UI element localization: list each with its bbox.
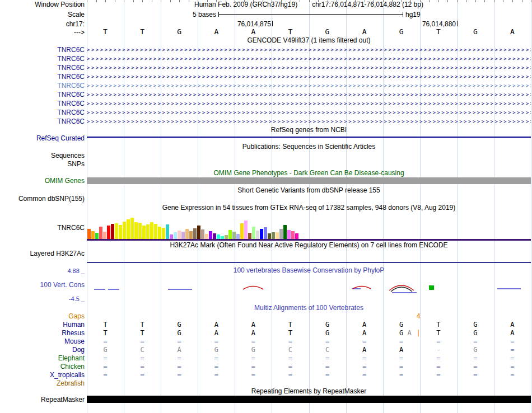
gtex-tissue-bar[interactable] [123,222,126,239]
species-label-zebrafish[interactable]: Zebrafish [0,379,85,387]
gencode-transcript-label[interactable]: TNRC6C [0,91,85,98]
gencode-transcript-arrows[interactable]: >>>>>>>>>>>>>>>>>>>>>>>>>>>>>>>>>>>>>>>>… [87,100,531,107]
species-label-x_tropicalis[interactable]: X_tropicalis [0,371,85,379]
gencode-transcript-label[interactable]: TNRC6C [0,109,85,116]
gtex-tissue-bar[interactable] [95,233,99,239]
gtex-tissue-bar[interactable] [287,230,291,239]
gtex-tissue-bar[interactable] [107,226,110,239]
species-label-mouse[interactable]: Mouse [0,337,85,345]
gtex-tissue-bar[interactable] [252,227,255,239]
gencode-transcript-arrows[interactable]: >>>>>>>>>>>>>>>>>>>>>>>>>>>>>>>>>>>>>>>>… [87,55,531,62]
gtex-tissue-bar[interactable] [181,232,185,239]
gencode-transcript-arrows[interactable]: >>>>>>>>>>>>>>>>>>>>>>>>>>>>>>>>>>>>>>>>… [87,91,531,98]
gencode-track-header[interactable]: GENCODE V49lift37 (1 items filtered out) [87,37,531,44]
gtex-tissue-bar[interactable] [134,222,138,239]
gtex-tissue-bar[interactable] [146,224,150,239]
gtex-tissue-bar[interactable] [197,226,200,239]
gtex-tissue-bar[interactable] [189,231,193,239]
gtex-tissue-bar[interactable] [264,227,267,239]
dbsnp-track-header[interactable]: Short Genetic Variants from dbSNP releas… [87,187,531,194]
gtex-tissue-bar[interactable] [291,231,295,239]
gtex-tissue-bar[interactable] [174,232,177,239]
gtex-tissue-bar[interactable] [150,222,153,239]
track-label-repeatmasker[interactable]: RepeatMasker [0,396,85,403]
gencode-transcript-arrows[interactable]: >>>>>>>>>>>>>>>>>>>>>>>>>>>>>>>>>>>>>>>>… [87,64,531,71]
track-label-gtex-gene[interactable]: TNRC6C [0,224,85,232]
gtex-tissue-bar[interactable] [272,232,275,239]
species-label-chicken[interactable]: Chicken [0,363,85,370]
gtex-tissue-bar[interactable] [185,229,189,239]
gencode-transcript-arrows[interactable]: >>>>>>>>>>>>>>>>>>>>>>>>>>>>>>>>>>>>>>>>… [87,82,531,89]
gtex-tissue-bar[interactable] [130,218,134,239]
gencode-transcript-label[interactable]: TNRC6C [0,100,85,107]
gtex-tissue-bar[interactable] [213,233,216,239]
gtex-tissue-bar[interactable] [248,233,251,239]
gtex-tissue-bar[interactable] [138,223,142,239]
omim-genes-bar[interactable] [87,177,531,184]
phylop-track-header[interactable]: 100 vertebrates Basewise Conservation by… [87,267,531,274]
gtex-tissue-bar[interactable] [276,232,279,239]
gtex-tissue-bar[interactable] [142,226,146,239]
gtex-tissue-bar[interactable] [166,224,169,239]
species-label-dog[interactable]: Dog [0,346,85,354]
species-label-human[interactable]: Human [0,321,85,328]
gtex-tissue-bar[interactable] [154,224,157,239]
publications-track-header[interactable]: Publications: Sequences in Scientific Ar… [87,143,531,151]
gtex-tissue-bar[interactable] [225,235,228,239]
gtex-tissue-bar[interactable] [115,223,118,239]
track-label-common-dbsnp[interactable]: Common dbSNP(155) [0,195,85,203]
refseq-curated-item[interactable] [87,137,531,138]
gtex-tissue-bar[interactable] [232,232,236,239]
gtex-tissue-bar[interactable] [228,230,232,239]
gtex-tissue-bar[interactable] [103,232,106,239]
repeatmasker-bar[interactable] [87,396,531,403]
gtex-tissue-bar[interactable] [205,234,208,239]
gtex-tissue-bar[interactable] [178,231,181,239]
gencode-transcript-label[interactable]: TNRC6C [0,46,85,54]
omim-track-header[interactable]: OMIM Gene Phenotypes - Dark Green Can Be… [87,170,531,177]
gtex-tissue-bar[interactable] [295,233,298,239]
gtex-expression-barchart[interactable] [87,215,300,239]
gtex-tissue-bar[interactable] [268,233,271,239]
h3k27ac-track-header[interactable]: H3K27Ac Mark (Often Found Near Active Re… [87,242,531,249]
gtex-tissue-bar[interactable] [244,220,248,239]
gencode-transcript-arrows[interactable]: >>>>>>>>>>>>>>>>>>>>>>>>>>>>>>>>>>>>>>>>… [87,46,531,53]
gencode-transcript-arrows[interactable]: >>>>>>>>>>>>>>>>>>>>>>>>>>>>>>>>>>>>>>>>… [87,109,531,116]
gtex-tissue-bar[interactable] [209,231,212,239]
gencode-transcript-label[interactable]: TNRC6C [0,55,85,63]
gtex-tissue-bar[interactable] [279,229,283,239]
gtex-tissue-bar[interactable] [217,234,220,239]
gencode-transcript-label[interactable]: TNRC6C [0,118,85,125]
gtex-track-header[interactable]: Gene Expression in 54 tissues from GTEx … [87,204,531,212]
gtex-tissue-bar[interactable] [240,223,244,239]
multiz-track-header[interactable]: Multiz Alignments of 100 Vertebrates [87,304,531,312]
gencode-transcript-label[interactable]: TNRC6C [0,64,85,72]
track-label-omim-genes[interactable]: OMIM Genes [0,177,85,185]
gencode-transcript-arrows[interactable]: >>>>>>>>>>>>>>>>>>>>>>>>>>>>>>>>>>>>>>>>… [87,73,531,80]
species-label-gaps[interactable]: Gaps [0,312,85,320]
gtex-tissue-bar[interactable] [119,225,122,239]
gtex-tissue-bar[interactable] [127,219,130,239]
track-label-100-vert-cons[interactable]: 100 Vert. Cons [0,281,85,289]
gtex-tissue-bar[interactable] [236,234,240,239]
track-label-sequences[interactable]: Sequences [0,152,85,159]
species-label-elephant[interactable]: Elephant [0,354,85,362]
gtex-tissue-bar[interactable] [256,231,259,239]
gencode-transcript-arrows[interactable]: >>>>>>>>>>>>>>>>>>>>>>>>>>>>>>>>>>>>>>>>… [87,118,531,125]
repeatmasker-track-header[interactable]: Repeating Elements by RepeatMasker [87,388,531,395]
gtex-tissue-bar[interactable] [283,225,287,239]
gtex-tissue-bar[interactable] [158,227,161,239]
gtex-tissue-bar[interactable] [201,229,204,239]
gtex-tissue-bar[interactable] [99,227,102,239]
gtex-tissue-bar[interactable] [111,224,114,239]
gtex-tissue-bar[interactable] [91,231,95,239]
refseq-track-header[interactable]: RefSeq genes from NCBI [87,126,531,134]
gtex-tissue-bar[interactable] [162,228,165,239]
gtex-tissue-bar[interactable] [260,229,263,239]
track-label-snps[interactable]: SNPs [0,160,85,168]
track-label-layered-h3k27ac[interactable]: Layered H3K27Ac [0,250,85,257]
gtex-tissue-bar[interactable] [193,228,197,239]
gencode-transcript-label[interactable]: TNRC6C [0,82,85,90]
track-label-refseq-curated[interactable]: RefSeq Curated [0,134,85,142]
gencode-transcript-label[interactable]: TNRC6C [0,73,85,81]
